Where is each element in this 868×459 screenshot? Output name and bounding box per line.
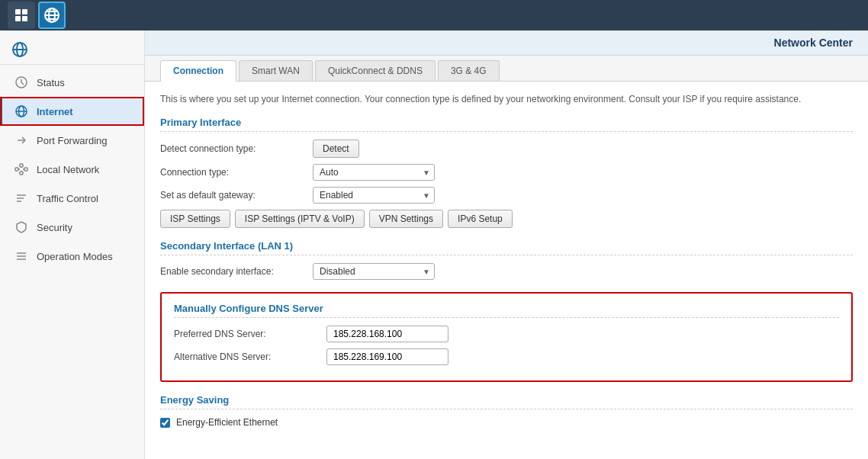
sidebar-item-status[interactable]: Status bbox=[0, 68, 144, 97]
svg-line-14 bbox=[21, 82, 24, 85]
main-layout: Status Internet Port Forwarding bbox=[0, 30, 868, 459]
default-gateway-select-wrap: Enabled Disabled ▼ bbox=[313, 187, 435, 204]
security-icon bbox=[14, 220, 29, 235]
primary-interface-section: Primary Interface Detect connection type… bbox=[160, 117, 853, 228]
svg-rect-21 bbox=[20, 172, 23, 175]
tab-content: This is where you set up your Internet c… bbox=[145, 82, 868, 451]
preferred-dns-control bbox=[326, 326, 448, 342]
detect-button[interactable]: Detect bbox=[313, 140, 359, 158]
tab-bar: Connection Smart WAN QuickConnect & DDNS… bbox=[145, 56, 868, 82]
preferred-dns-input[interactable] bbox=[326, 326, 448, 342]
sidebar-item-security-label: Security bbox=[37, 222, 72, 233]
secondary-interface-heading: Secondary Interface (LAN 1) bbox=[160, 240, 853, 255]
default-gateway-select[interactable]: Enabled Disabled bbox=[313, 187, 435, 204]
isp-settings-iptv-button[interactable]: ISP Settings (IPTV & VoIP) bbox=[235, 210, 365, 228]
dns-section: Manually Configure DNS Server Preferred … bbox=[160, 292, 853, 382]
alternative-dns-row: Alternative DNS Server: bbox=[174, 348, 839, 365]
ipv6-setup-button[interactable]: IPv6 Setup bbox=[448, 210, 513, 228]
svg-rect-0 bbox=[15, 9, 21, 14]
enable-secondary-label: Enable secondary interface: bbox=[160, 266, 313, 277]
port-forwarding-icon bbox=[14, 133, 29, 148]
isp-settings-button[interactable]: ISP Settings bbox=[160, 210, 230, 228]
sidebar-item-local-network-label: Local Network bbox=[37, 164, 99, 175]
alternative-dns-control bbox=[326, 348, 448, 365]
secondary-interface-section: Secondary Interface (LAN 1) Enable secon… bbox=[160, 240, 853, 280]
sidebar-item-internet-label: Internet bbox=[37, 106, 73, 117]
description-text: This is where you set up your Internet c… bbox=[160, 92, 853, 106]
sidebar-item-local-network[interactable]: Local Network bbox=[0, 155, 144, 184]
connection-type-select[interactable]: Auto PPPoE Static DHCP bbox=[313, 164, 435, 181]
svg-rect-18 bbox=[15, 168, 18, 171]
svg-rect-20 bbox=[24, 168, 27, 171]
energy-efficient-label: Energy-Efficient Ethernet bbox=[176, 417, 278, 428]
energy-saving-section: Energy Saving Energy-Efficient Ethernet bbox=[160, 394, 853, 428]
internet-icon bbox=[14, 104, 29, 119]
tab-quickconnect-ddns[interactable]: QuickConnect & DDNS bbox=[315, 60, 436, 81]
sidebar-item-status-label: Status bbox=[37, 77, 65, 88]
energy-efficient-row: Energy-Efficient Ethernet bbox=[160, 417, 853, 428]
isp-button-row: ISP Settings ISP Settings (IPTV & VoIP) … bbox=[160, 210, 853, 228]
tab-3g-4g[interactable]: 3G & 4G bbox=[438, 60, 500, 81]
connection-type-label: Connection type: bbox=[160, 167, 313, 178]
enable-secondary-select[interactable]: Disabled Enabled bbox=[313, 263, 435, 280]
grid-icon-button[interactable] bbox=[8, 2, 35, 29]
default-gateway-label: Set as default gateway: bbox=[160, 190, 313, 201]
sidebar-item-traffic-control[interactable]: Traffic Control bbox=[0, 184, 144, 213]
primary-interface-heading: Primary Interface bbox=[160, 117, 853, 132]
alternative-dns-label: Alternative DNS Server: bbox=[174, 351, 326, 362]
sidebar-item-internet[interactable]: Internet bbox=[0, 97, 144, 126]
sidebar: Status Internet Port Forwarding bbox=[0, 30, 145, 459]
top-bar bbox=[0, 0, 868, 30]
svg-rect-3 bbox=[22, 16, 27, 21]
default-gateway-control: Enabled Disabled ▼ bbox=[313, 187, 435, 204]
sidebar-item-traffic-control-label: Traffic Control bbox=[37, 193, 98, 204]
sidebar-item-operation-modes[interactable]: Operation Modes bbox=[0, 242, 144, 271]
svg-rect-19 bbox=[20, 164, 23, 167]
operation-modes-icon bbox=[14, 249, 29, 264]
sidebar-item-port-forwarding-label: Port Forwarding bbox=[37, 135, 107, 146]
page-title: Network Center bbox=[774, 37, 853, 49]
enable-secondary-row: Enable secondary interface: Disabled Ena… bbox=[160, 263, 853, 280]
tab-connection[interactable]: Connection bbox=[160, 60, 236, 82]
traffic-control-icon bbox=[14, 191, 29, 206]
local-network-icon bbox=[14, 162, 29, 177]
sidebar-item-security[interactable]: Security bbox=[0, 213, 144, 242]
network-icon-button[interactable] bbox=[38, 2, 66, 29]
enable-secondary-control: Disabled Enabled ▼ bbox=[313, 263, 435, 280]
alternative-dns-input[interactable] bbox=[326, 348, 448, 365]
sidebar-item-port-forwarding[interactable]: Port Forwarding bbox=[0, 126, 144, 155]
default-gateway-row: Set as default gateway: Enabled Disabled… bbox=[160, 187, 853, 204]
svg-rect-1 bbox=[22, 9, 27, 14]
svg-rect-2 bbox=[15, 16, 21, 21]
detect-connection-row: Detect connection type: Detect bbox=[160, 140, 853, 158]
connection-type-control: Auto PPPoE Static DHCP ▼ bbox=[313, 164, 435, 181]
dns-heading: Manually Configure DNS Server bbox=[174, 303, 839, 318]
energy-saving-heading: Energy Saving bbox=[160, 394, 853, 409]
status-icon bbox=[14, 75, 29, 90]
connection-type-row: Connection type: Auto PPPoE Static DHCP … bbox=[160, 164, 853, 181]
sidebar-logo bbox=[0, 34, 144, 65]
detect-connection-label: Detect connection type: bbox=[160, 143, 313, 154]
vpn-settings-button[interactable]: VPN Settings bbox=[369, 210, 443, 228]
main-content: Network Center Connection Smart WAN Quic… bbox=[145, 30, 868, 459]
connection-type-select-wrap: Auto PPPoE Static DHCP ▼ bbox=[313, 164, 435, 181]
enable-secondary-select-wrap: Disabled Enabled ▼ bbox=[313, 263, 435, 280]
preferred-dns-row: Preferred DNS Server: bbox=[174, 326, 839, 342]
detect-connection-control: Detect bbox=[313, 140, 359, 158]
preferred-dns-label: Preferred DNS Server: bbox=[174, 329, 326, 339]
tab-smart-wan[interactable]: Smart WAN bbox=[239, 60, 313, 81]
main-header: Network Center bbox=[145, 30, 868, 56]
sidebar-item-operation-modes-label: Operation Modes bbox=[37, 251, 113, 262]
energy-efficient-checkbox[interactable] bbox=[160, 418, 170, 428]
